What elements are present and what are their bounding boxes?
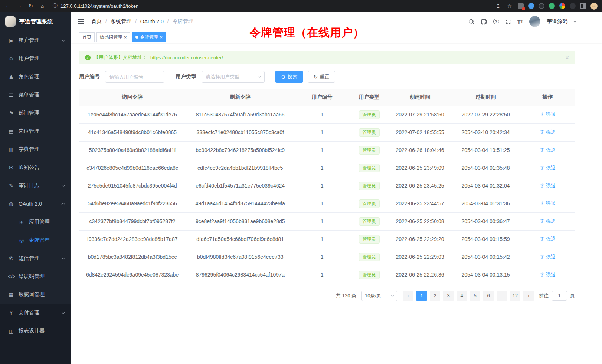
tab[interactable]: 令牌管理 × [132, 32, 166, 42]
user-type-badge: 管理员 [359, 110, 380, 119]
page-button[interactable]: ... [497, 291, 507, 301]
actions-cell: 强退 [520, 195, 575, 212]
search-icon[interactable] [468, 19, 474, 24]
user-menu-caret-icon[interactable] [573, 19, 576, 22]
reload-icon[interactable]: ↻ [27, 3, 34, 9]
refresh-token-cell: 9ce8ef2aa9f14056b831ae9b608e28d5 [186, 212, 295, 230]
sidebar-item[interactable]: ✆ 短信管理 [0, 249, 71, 267]
force-logout-button[interactable]: 强退 [540, 236, 556, 242]
home-icon[interactable]: ⌂ [39, 3, 46, 9]
force-logout-button[interactable]: 强退 [540, 218, 556, 225]
sidebar-item[interactable]: ◫ 报表设计器 [0, 322, 71, 340]
page-button[interactable]: 5 [470, 291, 480, 301]
table-row: 6d842e2924594de9a09e45e087323abe 8796295… [79, 266, 575, 284]
force-logout-button[interactable]: 强退 [540, 182, 556, 189]
select-caret-icon [258, 75, 261, 78]
doc-link[interactable]: https://doc.iocoder.cn/user-center/ [150, 55, 223, 60]
user-type-cell: 管理员 [349, 159, 389, 177]
breadcrumb-item[interactable]: OAuth 2.0 [131, 19, 164, 24]
tab-close-icon[interactable]: × [160, 35, 163, 40]
sidebar-item[interactable]: ▦ 敏感词管理 [0, 285, 71, 304]
sidebar-item[interactable]: ◍ OAuth 2.0 [0, 195, 71, 213]
sidebar-item[interactable]: ☺ 用户管理 [0, 49, 71, 67]
actions-cell: 强退 [520, 230, 575, 248]
site-info-icon[interactable]: ⓘ [53, 3, 58, 9]
forward-icon[interactable]: → [16, 3, 23, 9]
sidebar-item[interactable]: ▣ 租户管理 [0, 31, 71, 49]
breadcrumb-item[interactable]: 系统管理 [102, 18, 131, 25]
sidebar-item[interactable]: ▤ 岗位管理 [0, 122, 71, 140]
tab-close-icon[interactable]: × [124, 35, 127, 40]
breadcrumb-item[interactable]: 首页 [91, 18, 102, 25]
sidebar-panel-icon[interactable] [580, 3, 586, 9]
sidebar-toggle[interactable] [77, 18, 85, 26]
url-bar[interactable]: ⓘ 127.0.0.1:1024/system/oauth2/token [50, 3, 490, 9]
extension-icon[interactable] [570, 3, 576, 9]
user-id-cell: 1 [295, 230, 349, 248]
fullscreen-icon[interactable] [506, 19, 511, 24]
help-icon[interactable]: ? [493, 19, 499, 24]
font-size-icon[interactable]: TT [517, 19, 523, 25]
bookmark-star-icon[interactable]: ☆ [506, 3, 513, 9]
breadcrumb-item[interactable]: 令牌管理 [164, 18, 193, 25]
force-logout-button[interactable]: 强退 [540, 165, 556, 171]
page-button[interactable]: 6 [483, 291, 494, 301]
sidebar-item[interactable]: </> 错误码管理 [0, 267, 71, 285]
refresh-token-cell: 333ecfc71e02480cb11055c875c3ca0f [186, 123, 295, 141]
sidebar-item[interactable]: ✉ 通知公告 [0, 158, 71, 176]
select-caret-icon [391, 293, 395, 297]
page-button[interactable]: 12 [510, 291, 520, 301]
sidebar-item-label: 支付管理 [19, 310, 39, 316]
page-button[interactable]: 2 [430, 291, 440, 301]
sidebar-item[interactable]: ✎ 审计日志 [0, 176, 71, 195]
extension-icon[interactable] [518, 3, 524, 9]
force-logout-button[interactable]: 强退 [540, 147, 556, 153]
force-logout-button[interactable]: 强退 [540, 200, 556, 207]
sidebar-filler [0, 340, 71, 364]
sidebar-item[interactable]: ▥ 字典管理 [0, 140, 71, 158]
delete-icon [540, 236, 544, 241]
prev-page-button[interactable]: ‹ [403, 291, 413, 301]
alert-close-icon[interactable]: × [565, 54, 569, 61]
next-page-button[interactable]: › [523, 291, 534, 301]
sidebar-item-label: 报表设计器 [19, 328, 45, 334]
tab[interactable]: 敏感词管理 × [96, 32, 130, 42]
browser-profile-avatar[interactable]: ☺ [590, 3, 598, 10]
search-button[interactable]: 搜索 [275, 71, 303, 83]
extension-icon[interactable] [528, 3, 534, 9]
role-icon: ♟ [8, 74, 14, 80]
extension-icon[interactable] [549, 3, 555, 9]
user-icon: ☺ [8, 56, 14, 62]
user-type-cell: 管理员 [349, 195, 389, 212]
reset-button[interactable]: ↻ 重置 [308, 71, 335, 83]
page-button[interactable]: 1 [416, 291, 427, 301]
force-logout-button[interactable]: 强退 [540, 129, 556, 136]
force-logout-button[interactable]: 强退 [540, 254, 556, 260]
extension-icon[interactable] [559, 3, 565, 9]
extension-icon[interactable] [539, 3, 544, 9]
page-size-select[interactable]: 10条/页 [361, 291, 397, 301]
back-icon[interactable]: ← [4, 3, 11, 9]
github-icon[interactable] [481, 19, 487, 25]
goto-page-input[interactable] [552, 291, 567, 301]
page-button[interactable]: 3 [443, 291, 454, 301]
tags-view-bar: 首页 敏感词管理 × 令牌管理 × [71, 31, 602, 43]
expire-time-cell: 2054-03-04 19:51:25 [451, 141, 520, 159]
force-logout-button[interactable]: 强退 [540, 111, 556, 118]
sidebar-item[interactable]: ☰ 菜单管理 [0, 86, 71, 104]
sidebar-item[interactable]: ¥ 支付管理 [0, 304, 71, 322]
username[interactable]: 芋道源码 [547, 18, 567, 25]
refresh-token-cell: 8796295f04064c2983414cc54af1097a [186, 266, 295, 284]
sidebar-item[interactable]: ◎ 令牌管理 [0, 231, 71, 249]
page-button[interactable]: 4 [457, 291, 467, 301]
sidebar-item[interactable]: ⚑ 部门管理 [0, 104, 71, 122]
user-id-input[interactable] [105, 71, 164, 83]
user-avatar[interactable] [529, 16, 540, 27]
force-logout-button[interactable]: 强退 [540, 271, 556, 278]
sidebar-item[interactable]: ⊞ 应用管理 [0, 213, 71, 231]
delete-icon [540, 272, 544, 277]
tab[interactable]: 首页 [79, 32, 95, 42]
user-type-select[interactable]: 请选择用户类型 [202, 71, 265, 83]
share-icon[interactable]: ↥ [495, 3, 501, 9]
sidebar-item[interactable]: ♟ 角色管理 [0, 67, 71, 86]
